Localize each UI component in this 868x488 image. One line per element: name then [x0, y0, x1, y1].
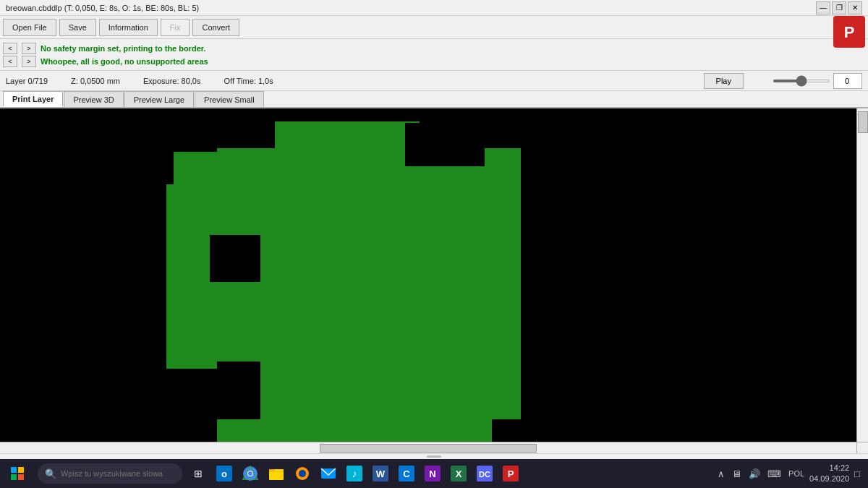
taskview-icon[interactable]: ⊞ — [187, 462, 210, 485]
slider-container: 0 — [773, 73, 862, 89]
tab-preview-large[interactable]: Preview Large — [124, 91, 194, 107]
language-label[interactable]: POL — [786, 468, 807, 479]
info-message-2: Whoopee, all is good, no unsupported are… — [41, 57, 208, 66]
onenote-icon[interactable]: N — [421, 462, 444, 485]
system-clock[interactable]: 14:22 04.09.2020 — [809, 463, 849, 485]
excel-icon[interactable]: X — [447, 462, 470, 485]
save-button[interactable]: Save — [59, 19, 96, 36]
window-controls: — ❐ ✕ — [816, 1, 862, 14]
svg-rect-24 — [11, 474, 17, 480]
discord-icon[interactable]: DC — [473, 462, 496, 485]
svg-rect-25 — [18, 474, 24, 480]
svg-text:♪: ♪ — [352, 468, 357, 479]
layer-spin[interactable]: 0 — [833, 73, 862, 89]
word-icon[interactable]: W — [369, 462, 392, 485]
tab-print-layer[interactable]: Print Layer — [3, 91, 63, 107]
svg-rect-15 — [405, 123, 485, 166]
app-logo: P — [833, 16, 865, 48]
horizontal-scrollbar-thumb[interactable] — [320, 444, 537, 453]
svg-text:C: C — [403, 468, 410, 479]
play-button[interactable]: Play — [704, 73, 744, 89]
svg-rect-32 — [269, 469, 275, 471]
svg-rect-20 — [492, 419, 528, 442]
mail-icon[interactable] — [317, 462, 340, 485]
svg-text:X: X — [456, 468, 462, 479]
keyboard-icon[interactable]: ⌨ — [765, 467, 783, 481]
svg-point-30 — [248, 471, 252, 476]
title-bar: breowan.cbddlp (T: 0,050, E: 8s, O: 1s, … — [0, 0, 868, 16]
svg-text:P: P — [844, 23, 855, 41]
layer-bar: Layer 0/719 Z: 0,0500 mm Exposure: 80,0s… — [0, 71, 868, 91]
svg-text:N: N — [429, 468, 435, 479]
search-icon: 🔍 — [45, 468, 56, 479]
nav-next-button-1[interactable]: > — [22, 43, 36, 54]
info-bar: < > No safety margin set, printing to th… — [0, 39, 868, 71]
svg-text:o: o — [221, 468, 227, 479]
chrome-icon[interactable] — [239, 462, 262, 485]
open-file-button[interactable]: Open File — [3, 19, 56, 36]
z-value: Z: 0,0500 mm — [71, 77, 120, 85]
canvas-area — [0, 108, 868, 453]
music-icon[interactable]: ♪ — [343, 462, 366, 485]
svg-text:P: P — [508, 468, 514, 479]
svg-rect-10 — [217, 361, 260, 419]
layer-slider[interactable] — [773, 80, 830, 82]
svg-rect-19 — [159, 369, 217, 419]
search-input[interactable] — [61, 469, 175, 478]
svg-rect-22 — [11, 467, 17, 473]
maximize-button[interactable]: ❐ — [832, 1, 846, 14]
minimize-button[interactable]: — — [816, 1, 830, 14]
information-button[interactable]: Information — [99, 19, 158, 36]
nav-prev-button-2[interactable]: < — [3, 56, 17, 67]
layer-number: Layer 0/719 — [6, 77, 48, 85]
svg-rect-21 — [456, 369, 492, 419]
taskbar-right: ∧ 🖥 🔊 ⌨ POL 14:22 04.09.2020 □ — [715, 463, 868, 485]
volume-icon[interactable]: 🔊 — [746, 467, 762, 481]
start-button[interactable] — [0, 459, 35, 488]
layer-canvas — [0, 108, 856, 442]
info-message-1: No safety margin set, printing to the bo… — [41, 44, 206, 53]
taskbar: 🔍 ⊞ o — [0, 459, 868, 488]
resize-handle — [427, 455, 441, 458]
clock-date: 04.09.2020 — [809, 474, 849, 484]
resize-bar[interactable] — [0, 453, 868, 459]
svg-rect-23 — [18, 467, 24, 473]
notification-icon[interactable]: □ — [852, 467, 862, 481]
svg-text:DC: DC — [479, 470, 490, 479]
chevron-up-icon[interactable]: ∧ — [715, 467, 727, 481]
search-bar[interactable]: 🔍 — [38, 463, 182, 484]
convert-button[interactable]: Convert — [192, 19, 239, 36]
exposure-value: Exposure: 80,0s — [143, 77, 201, 85]
firefox-icon[interactable] — [291, 462, 314, 485]
horizontal-scrollbar[interactable] — [0, 442, 856, 453]
svg-point-34 — [299, 470, 306, 477]
close-button[interactable]: ✕ — [848, 1, 862, 14]
svg-text:W: W — [376, 468, 386, 479]
nav-next-button-2[interactable]: > — [22, 56, 36, 67]
svg-rect-18 — [159, 152, 174, 181]
svg-rect-14 — [448, 253, 485, 369]
network-icon[interactable]: 🖥 — [730, 467, 744, 481]
svg-rect-16 — [369, 123, 405, 145]
info-row-2: < > Whoopee, all is good, no unsupported… — [3, 55, 865, 68]
cert-icon[interactable]: C — [395, 462, 418, 485]
nav-prev-button-1[interactable]: < — [3, 43, 17, 54]
vertical-scrollbar-thumb[interactable] — [858, 111, 868, 133]
tab-preview-small[interactable]: Preview Small — [195, 91, 264, 107]
svg-rect-17 — [210, 235, 260, 282]
prusa-icon[interactable]: P — [499, 462, 522, 485]
window-title: breowan.cbddlp (T: 0,050, E: 8s, O: 1s, … — [6, 4, 199, 12]
tabs: Print Layer Preview 3D Preview Large Pre… — [0, 91, 868, 108]
tab-preview-3d[interactable]: Preview 3D — [64, 91, 123, 107]
toolbar: Open File Save Information Fix Convert — [0, 16, 868, 39]
explorer-icon[interactable] — [265, 462, 288, 485]
svg-rect-11 — [166, 184, 217, 369]
outlook-icon[interactable]: o — [213, 462, 236, 485]
svg-rect-12 — [217, 419, 492, 442]
off-time-value: Off Time: 1,0s — [224, 77, 273, 85]
vertical-scrollbar[interactable] — [856, 108, 868, 442]
clock-time: 14:22 — [809, 463, 849, 474]
fix-button[interactable]: Fix — [161, 19, 190, 36]
scrollbar-corner — [856, 442, 868, 453]
info-row-1: < > No safety margin set, printing to th… — [3, 42, 865, 55]
